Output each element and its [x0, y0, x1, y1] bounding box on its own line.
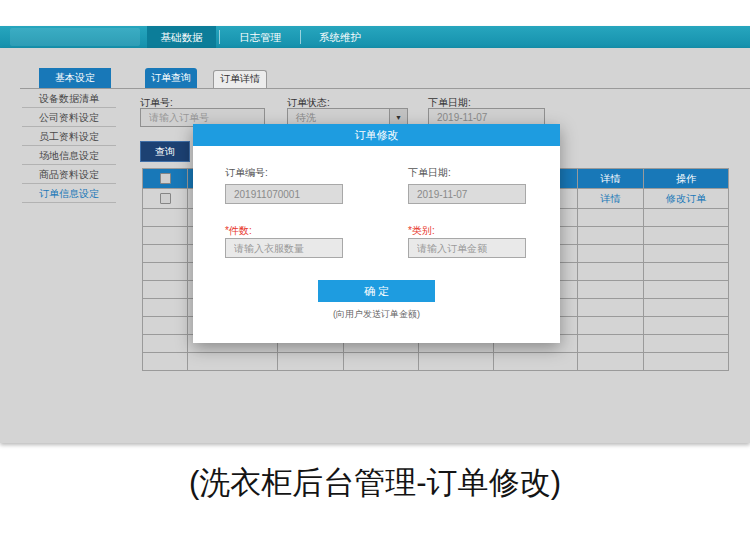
nav-separator — [219, 30, 220, 44]
nav-tab-system-maintenance[interactable]: 系统维护 — [301, 26, 379, 48]
table-cell — [644, 299, 729, 317]
screenshot-caption: (洗衣柜后台管理-订单修改) — [0, 462, 750, 504]
table-cell — [578, 317, 644, 335]
table-cell — [143, 353, 188, 371]
header-checkbox-cell — [143, 169, 188, 189]
table-cell — [143, 263, 188, 281]
table-cell — [143, 335, 188, 353]
modal-category-label: *类别: — [408, 224, 435, 238]
sidebar-item-device-data[interactable]: 设备数据清单 — [22, 89, 116, 108]
logo-placeholder — [10, 28, 140, 46]
table-cell — [143, 281, 188, 299]
sidebar-item-employee-info[interactable]: 员工资料设定 — [22, 127, 116, 146]
search-button[interactable]: 查询 — [140, 141, 190, 162]
table-cell — [578, 227, 644, 245]
detail-link[interactable]: 详情 — [601, 192, 621, 206]
table-cell — [278, 353, 344, 371]
table-cell — [644, 281, 729, 299]
order-modify-modal: 订单修改 订单编号: 下单日期: *件数: *类别: 确 定 (向用户发送订单金… — [193, 124, 560, 343]
modal-count-input[interactable] — [225, 238, 343, 258]
sidebar-item-site-info[interactable]: 场地信息设定 — [22, 146, 116, 165]
table-cell — [644, 353, 729, 371]
top-navbar: 基础数据 日志管理 系统维护 — [0, 26, 750, 48]
table-header-action: 操作 — [644, 169, 729, 189]
table-cell — [644, 317, 729, 335]
modal-order-date-input — [408, 184, 526, 204]
select-all-checkbox[interactable] — [160, 173, 171, 184]
table-cell — [143, 209, 188, 227]
table-cell — [344, 353, 419, 371]
row-checkbox[interactable] — [160, 193, 171, 204]
table-cell — [644, 227, 729, 245]
modal-category-input[interactable] — [408, 238, 526, 258]
sidebar-item-order-info[interactable]: 订单信息设定 — [22, 184, 116, 203]
modal-count-label: *件数: — [225, 224, 252, 238]
table-cell — [188, 353, 278, 371]
table-cell — [143, 299, 188, 317]
table-cell — [143, 227, 188, 245]
table-cell — [644, 209, 729, 227]
table-cell — [578, 335, 644, 353]
modal-title: 订单修改 — [193, 124, 560, 146]
nav-tab-log-management[interactable]: 日志管理 — [221, 26, 299, 48]
action-cell: 修改订单 — [644, 189, 729, 209]
table-cell — [143, 245, 188, 263]
table-cell — [578, 263, 644, 281]
table-cell — [578, 281, 644, 299]
sidebar-header-basic-settings[interactable]: 基本设定 — [39, 68, 111, 88]
detail-cell: 详情 — [578, 189, 644, 209]
table-cell — [419, 353, 494, 371]
modal-order-date-label: 下单日期: — [408, 166, 451, 180]
page: 基础数据 日志管理 系统维护 基本设定 设备数据清单 公司资料设定 员工资料设定… — [0, 0, 750, 549]
row-checkbox-cell — [143, 189, 188, 209]
confirm-button[interactable]: 确 定 — [318, 280, 435, 302]
modal-footnote: (向用户发送订单金额) — [193, 308, 560, 321]
tab-order-detail[interactable]: 订单详情 — [213, 70, 267, 88]
table-cell — [578, 353, 644, 371]
table-cell — [578, 299, 644, 317]
sidebar-item-product-info[interactable]: 商品资料设定 — [22, 165, 116, 184]
table-header-detail: 详情 — [578, 169, 644, 189]
table-cell — [578, 209, 644, 227]
table-cell — [494, 353, 578, 371]
table-cell — [644, 335, 729, 353]
modal-order-no-label: 订单编号: — [225, 166, 268, 180]
table-cell — [644, 263, 729, 281]
table-row-empty — [143, 353, 729, 371]
modify-order-link[interactable]: 修改订单 — [666, 192, 706, 206]
tab-order-query[interactable]: 订单查询 — [145, 68, 197, 88]
table-cell — [578, 245, 644, 263]
header-divider — [20, 88, 750, 89]
sidebar-item-company-info[interactable]: 公司资料设定 — [22, 108, 116, 127]
nav-tab-basic-data[interactable]: 基础数据 — [147, 26, 216, 48]
table-cell — [143, 317, 188, 335]
modal-order-no-input — [225, 184, 343, 204]
table-cell — [644, 245, 729, 263]
